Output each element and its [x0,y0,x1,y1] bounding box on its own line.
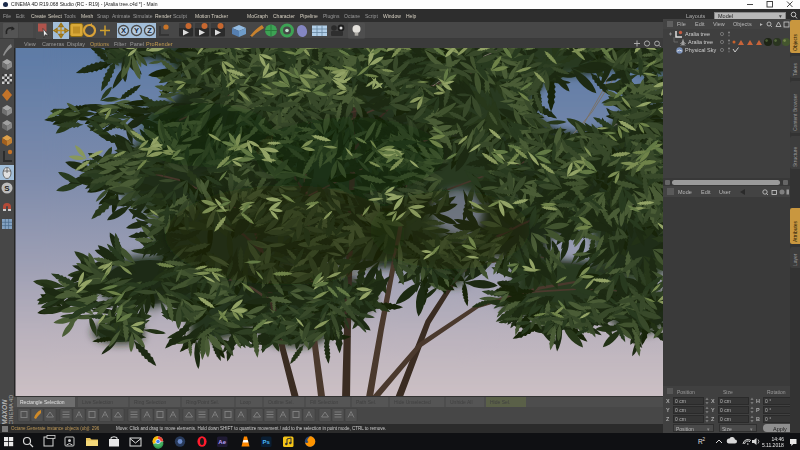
svg-text:Ps: Ps [263,439,271,445]
svg-text:Y: Y [134,26,139,35]
svg-text:Z: Z [147,26,152,35]
svg-text:X: X [121,26,126,35]
svg-text:S: S [4,184,10,193]
svg-text:Ae: Ae [218,439,226,445]
svg-text:2: 2 [703,437,706,442]
